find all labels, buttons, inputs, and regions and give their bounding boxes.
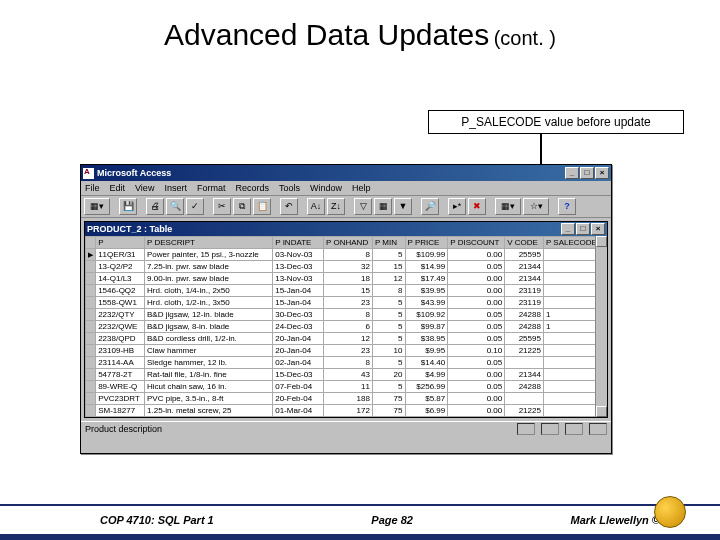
cell[interactable]: 30-Dec-03 bbox=[273, 309, 324, 321]
cell[interactable]: $39.95 bbox=[405, 285, 448, 297]
print-button[interactable]: 🖨 bbox=[146, 198, 164, 215]
table-row[interactable]: 23109-HBClaw hammer20-Jan-042310$9.950.1… bbox=[86, 345, 607, 357]
scroll-down-icon[interactable] bbox=[596, 406, 607, 417]
cell[interactable]: 23119 bbox=[505, 297, 544, 309]
cell[interactable]: 23 bbox=[324, 297, 373, 309]
cell[interactable]: 89-WRE-Q bbox=[96, 381, 145, 393]
table-row[interactable]: SM-182771.25-in. metal screw, 2501-Mar-0… bbox=[86, 405, 607, 417]
filter-selection-button[interactable]: ▽ bbox=[354, 198, 372, 215]
cell[interactable]: 13-Dec-03 bbox=[273, 261, 324, 273]
new-object-button[interactable]: ☆▾ bbox=[523, 198, 549, 215]
cell[interactable]: 15 bbox=[324, 285, 373, 297]
table-row[interactable]: 1558-QW1Hrd. cloth, 1/2-in., 3x5015-Jan-… bbox=[86, 297, 607, 309]
table-row[interactable]: 1546-QQ2Hrd. cloth, 1/4-in., 2x5015-Jan-… bbox=[86, 285, 607, 297]
table-row[interactable]: 89-WRE-QHicut chain saw, 16 in.07-Feb-04… bbox=[86, 381, 607, 393]
cell[interactable]: 11 bbox=[324, 381, 373, 393]
cell[interactable]: 01-Mar-04 bbox=[273, 405, 324, 417]
menu-format[interactable]: Format bbox=[197, 183, 226, 193]
cell[interactable]: 23109-HB bbox=[96, 345, 145, 357]
cell[interactable]: 15 bbox=[372, 261, 405, 273]
corner-cell[interactable] bbox=[86, 237, 96, 249]
cell[interactable]: $38.95 bbox=[405, 333, 448, 345]
cell[interactable] bbox=[505, 393, 544, 405]
row-selector[interactable] bbox=[86, 405, 96, 417]
cell[interactable]: 0.10 bbox=[448, 345, 505, 357]
cell[interactable]: 1558-QW1 bbox=[96, 297, 145, 309]
data-table[interactable]: P P DESCRIPT P INDATE P ONHAND P MIN P P… bbox=[85, 236, 607, 417]
cell[interactable]: SM-18277 bbox=[96, 405, 145, 417]
row-selector[interactable] bbox=[86, 345, 96, 357]
inner-maximize-button[interactable]: □ bbox=[576, 223, 590, 235]
cell[interactable]: 7.25-in. pwr. saw blade bbox=[145, 261, 273, 273]
cell[interactable]: 32 bbox=[324, 261, 373, 273]
cell[interactable]: B&D jigsaw, 12-in. blade bbox=[145, 309, 273, 321]
cell[interactable]: $256.99 bbox=[405, 381, 448, 393]
cell[interactable]: 0.00 bbox=[448, 405, 505, 417]
cell[interactable]: 20-Jan-04 bbox=[273, 333, 324, 345]
help-button[interactable]: ? bbox=[558, 198, 576, 215]
row-selector[interactable] bbox=[86, 393, 96, 405]
cell[interactable]: 03-Nov-03 bbox=[273, 249, 324, 261]
cell[interactable]: 0.05 bbox=[448, 381, 505, 393]
cell[interactable]: 75 bbox=[372, 393, 405, 405]
cell[interactable]: 21344 bbox=[505, 369, 544, 381]
menu-help[interactable]: Help bbox=[352, 183, 371, 193]
menu-insert[interactable]: Insert bbox=[164, 183, 187, 193]
apply-filter-button[interactable]: ▼ bbox=[394, 198, 412, 215]
row-selector[interactable] bbox=[86, 309, 96, 321]
cell[interactable]: 0.00 bbox=[448, 369, 505, 381]
col-p-min[interactable]: P MIN bbox=[372, 237, 405, 249]
cell[interactable]: PVC pipe, 3.5-in., 8-ft bbox=[145, 393, 273, 405]
cell[interactable]: 02-Jan-04 bbox=[273, 357, 324, 369]
sort-asc-button[interactable]: A↓ bbox=[307, 198, 325, 215]
cell[interactable]: 11QER/31 bbox=[96, 249, 145, 261]
sort-desc-button[interactable]: Z↓ bbox=[327, 198, 345, 215]
cell[interactable]: $109.92 bbox=[405, 309, 448, 321]
cell[interactable]: 8 bbox=[324, 249, 373, 261]
cell[interactable]: 9.00-in. pwr. saw blade bbox=[145, 273, 273, 285]
row-selector[interactable] bbox=[86, 381, 96, 393]
menu-view[interactable]: View bbox=[135, 183, 154, 193]
table-row[interactable]: 13-Q2/P27.25-in. pwr. saw blade13-Dec-03… bbox=[86, 261, 607, 273]
scroll-up-icon[interactable] bbox=[596, 236, 607, 247]
cell[interactable]: $109.99 bbox=[405, 249, 448, 261]
cell[interactable]: Power painter, 15 psi., 3-nozzle bbox=[145, 249, 273, 261]
paste-button[interactable]: 📋 bbox=[253, 198, 271, 215]
cut-button[interactable]: ✂ bbox=[213, 198, 231, 215]
cell[interactable]: B&D jigsaw, 8-in. blade bbox=[145, 321, 273, 333]
cell[interactable]: Hicut chain saw, 16 in. bbox=[145, 381, 273, 393]
datasheet-grid[interactable]: P P DESCRIPT P INDATE P ONHAND P MIN P P… bbox=[85, 236, 607, 417]
cell[interactable]: B&D cordless drill, 1/2-in. bbox=[145, 333, 273, 345]
cell[interactable]: 10 bbox=[372, 345, 405, 357]
save-button[interactable]: 💾 bbox=[119, 198, 137, 215]
cell[interactable]: $5.87 bbox=[405, 393, 448, 405]
cell[interactable]: 25595 bbox=[505, 333, 544, 345]
table-row[interactable]: 2232/QTYB&D jigsaw, 12-in. blade30-Dec-0… bbox=[86, 309, 607, 321]
view-button[interactable]: ▦▾ bbox=[84, 198, 110, 215]
menu-tools[interactable]: Tools bbox=[279, 183, 300, 193]
cell[interactable]: $9.95 bbox=[405, 345, 448, 357]
cell[interactable]: Claw hammer bbox=[145, 345, 273, 357]
table-row[interactable]: 23114-AASledge hammer, 12 lb.02-Jan-0485… bbox=[86, 357, 607, 369]
cell[interactable]: 0.05 bbox=[448, 261, 505, 273]
cell[interactable]: 15-Jan-04 bbox=[273, 297, 324, 309]
cell[interactable]: 25595 bbox=[505, 249, 544, 261]
cell[interactable]: 21344 bbox=[505, 273, 544, 285]
cell[interactable]: 0.05 bbox=[448, 333, 505, 345]
cell[interactable]: $43.99 bbox=[405, 297, 448, 309]
cell[interactable]: 0.00 bbox=[448, 273, 505, 285]
cell[interactable]: 5 bbox=[372, 381, 405, 393]
cell[interactable]: 0.00 bbox=[448, 297, 505, 309]
row-selector[interactable] bbox=[86, 249, 96, 261]
col-v-code[interactable]: V CODE bbox=[505, 237, 544, 249]
cell[interactable]: Sledge hammer, 12 lb. bbox=[145, 357, 273, 369]
cell[interactable]: 24288 bbox=[505, 309, 544, 321]
menu-file[interactable]: File bbox=[85, 183, 100, 193]
cell[interactable]: $4.99 bbox=[405, 369, 448, 381]
cell[interactable]: 21225 bbox=[505, 405, 544, 417]
copy-button[interactable]: ⧉ bbox=[233, 198, 251, 215]
cell[interactable]: 0.00 bbox=[448, 393, 505, 405]
close-button[interactable]: × bbox=[595, 167, 609, 179]
cell[interactable]: 23 bbox=[324, 345, 373, 357]
undo-button[interactable]: ↶ bbox=[280, 198, 298, 215]
